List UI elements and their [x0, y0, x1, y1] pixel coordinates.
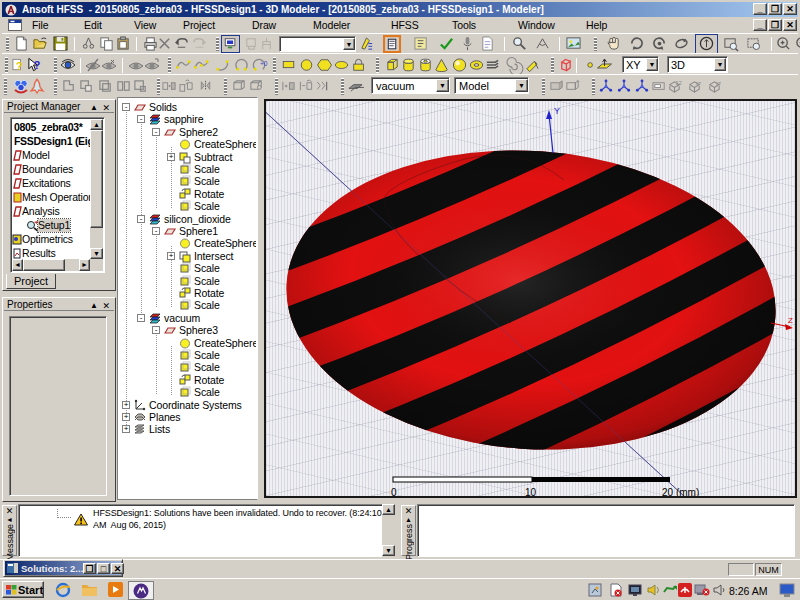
- svg-text:Z: Z: [788, 316, 793, 325]
- svg-text:?: ?: [16, 60, 23, 72]
- svg-text:10: 10: [525, 487, 537, 496]
- svg-text:0: 0: [391, 487, 397, 496]
- svg-text:?: ?: [34, 59, 41, 71]
- svg-text:xz: xz: [695, 80, 701, 86]
- svg-text:12: 12: [675, 80, 681, 86]
- svg-text:+0: +0: [260, 60, 268, 67]
- svg-text:Y: Y: [554, 106, 560, 116]
- svg-text:yz: yz: [715, 80, 721, 86]
- svg-text:20 (mm): 20 (mm): [662, 487, 699, 496]
